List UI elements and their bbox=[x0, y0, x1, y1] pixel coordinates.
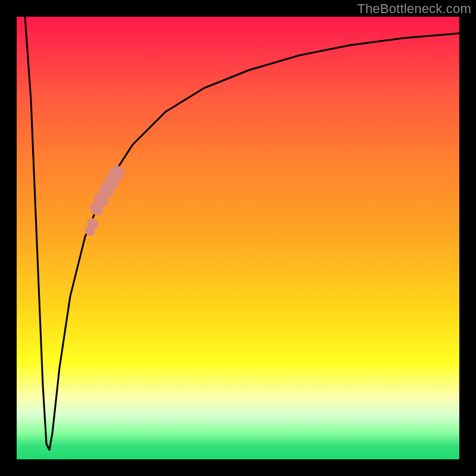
plot-area bbox=[17, 17, 459, 459]
highlight-markers bbox=[83, 162, 127, 238]
attribution-text: TheBottleneck.com bbox=[357, 1, 471, 17]
chart-frame: TheBottleneck.com bbox=[0, 0, 476, 476]
curve-overlay bbox=[17, 17, 459, 459]
